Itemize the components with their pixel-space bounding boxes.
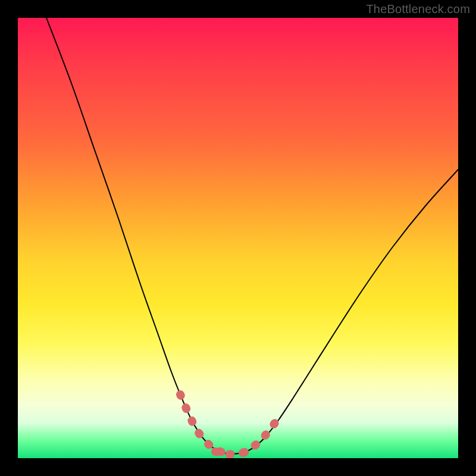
series-left-curve [46, 18, 229, 454]
curve-layer [18, 18, 458, 458]
chart-frame: TheBottleneck.com [0, 0, 476, 476]
series-valley-marker-right [243, 418, 278, 453]
series-valley-marker-left [180, 394, 222, 452]
series-group [46, 18, 458, 455]
series-right-curve [229, 170, 458, 454]
watermark-text: TheBottleneck.com [366, 2, 470, 16]
plot-area [18, 18, 458, 458]
